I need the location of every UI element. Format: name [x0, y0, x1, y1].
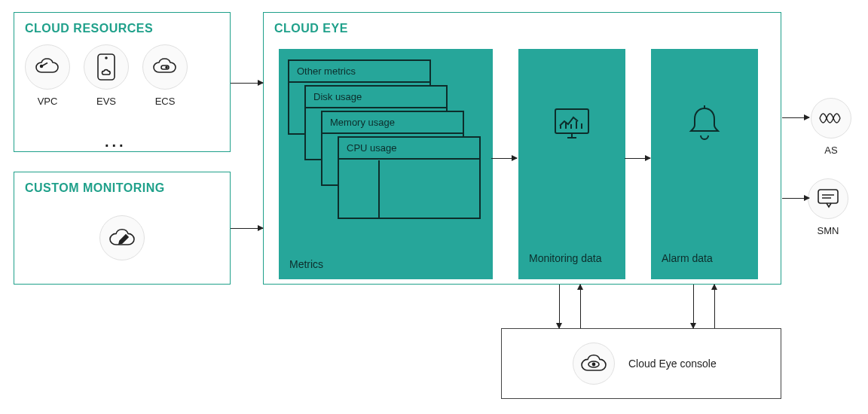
output-smn-label: SMN — [818, 225, 839, 236]
resource-evs: EVS — [84, 44, 129, 107]
resource-label: EVS — [96, 96, 116, 107]
alarm-bell-icon — [686, 104, 723, 145]
resource-label: VPC — [38, 96, 58, 107]
monitoring-chart-icon — [551, 106, 593, 142]
alarm-caption: Alarm data — [662, 252, 713, 264]
console-label: Cloud Eye console — [628, 358, 717, 370]
arrow-console-to-alarm-up — [714, 285, 715, 328]
metrics-panel: Other metrics Disk usage Memory usage CP… — [279, 49, 493, 279]
monitoring-caption: Monitoring data — [529, 252, 602, 264]
arrow-monitoring-to-alarm — [625, 158, 650, 159]
evs-icon — [84, 44, 129, 90]
monitoring-panel: Monitoring data — [518, 49, 625, 279]
svg-rect-5 — [555, 109, 588, 133]
as-icon — [811, 98, 851, 139]
resource-ecs: ECS — [142, 44, 188, 107]
arrow-to-as — [782, 117, 809, 118]
arrow-metrics-to-monitoring — [491, 158, 517, 159]
cloud-eye-console-icon — [573, 342, 615, 385]
arrow-monitoring-to-console-down — [559, 285, 560, 328]
ecs-icon — [142, 44, 188, 90]
custom-monitoring-icon — [99, 215, 145, 260]
cloud-eye-title: CLOUD EYE — [264, 13, 781, 44]
svg-point-0 — [41, 65, 43, 68]
arrow-alarm-to-console-down — [693, 285, 694, 328]
cloud-resources-title: CLOUD RESOURCES — [14, 13, 230, 44]
metric-layer-header: CPU usage — [339, 138, 479, 160]
metric-layer-header: Memory usage — [322, 112, 463, 134]
arrow-to-smn — [782, 198, 809, 199]
output-as: AS — [811, 98, 851, 156]
resource-vpc: VPC — [25, 44, 70, 107]
svg-rect-6 — [818, 190, 838, 203]
arrow-custom-to-cloudeye — [231, 228, 263, 229]
arrow-resources-to-cloudeye — [231, 83, 263, 84]
output-as-label: AS — [824, 145, 837, 156]
vpc-icon — [25, 44, 70, 90]
custom-monitoring-box: CUSTOM MONITORING — [14, 172, 231, 285]
metric-layer-cpu: CPU usage — [338, 136, 481, 219]
console-box: Cloud Eye console — [501, 328, 781, 399]
cloud-eye-box: CLOUD EYE Other metrics Disk usage Memor… — [263, 12, 781, 285]
metrics-caption: Metrics — [289, 258, 323, 270]
smn-icon — [808, 178, 848, 219]
metric-layer-header: Other metrics — [289, 61, 429, 83]
alarm-panel: Alarm data — [651, 49, 758, 279]
resource-label: ECS — [155, 96, 176, 107]
svg-point-8 — [592, 363, 594, 365]
more-resources-ellipsis: ... — [105, 133, 127, 151]
custom-monitoring-title: CUSTOM MONITORING — [14, 172, 230, 204]
svg-point-2 — [105, 57, 107, 59]
metric-layer-header: Disk usage — [306, 87, 446, 108]
cloud-resources-items: VPC EVS ECS — [14, 44, 230, 107]
arrow-console-to-monitoring-up — [580, 285, 581, 328]
svg-point-4 — [166, 67, 167, 68]
cloud-resources-box: CLOUD RESOURCES VPC EVS — [14, 12, 231, 152]
output-smn: SMN — [808, 178, 848, 236]
